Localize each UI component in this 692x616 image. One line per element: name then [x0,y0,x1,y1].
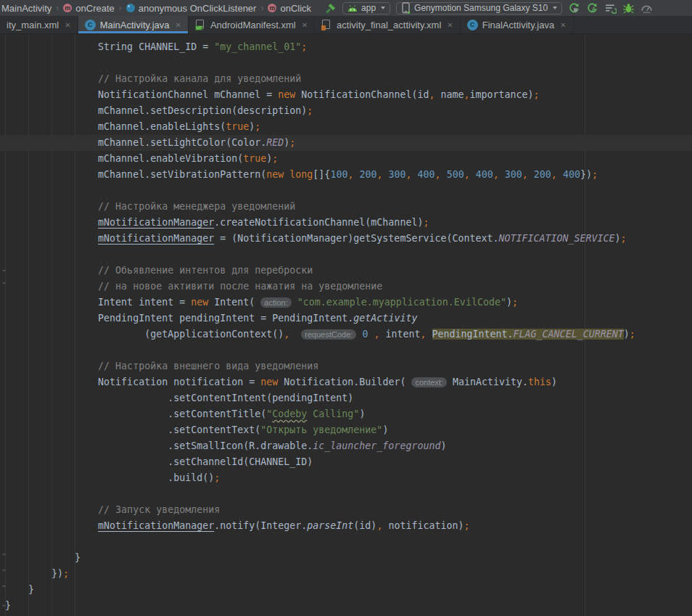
code-segment: , [493,169,499,180]
code-segment: , [464,169,470,180]
code-segment: Calling" [307,408,359,419]
code-line: .build(); [0,470,692,486]
code-segment: // Настройка внешнего вида уведомления [98,361,318,371]
code-segment: ) [624,329,630,340]
tab-close-icon[interactable]: ✕ [560,21,566,29]
code-segment [499,169,505,180]
tab-close-icon[interactable]: ✕ [447,21,453,29]
tab-close-icon[interactable]: ✕ [302,21,308,29]
code-segment: FLAG_CANCEL_CURRENT [514,329,624,340]
code-segment: } [75,552,81,563]
restart-activity-icon[interactable] [565,1,583,15]
breadcrumb-item-mainactivity[interactable]: MainActivity [1,3,52,14]
code-segment: ; [272,153,278,164]
code-segment: 300 [389,169,406,180]
fold-marker[interactable]: ⌃ [0,282,8,290]
code-segment: .setContentText( [168,424,260,435]
code-line: mChannel.enableVibration(true); [0,151,692,167]
tab-AndroidManifest.xml[interactable]: MFAndroidManifest.xml✕ [189,16,315,33]
code-segment: .setContentIntent(pendingIntent) [168,393,353,403]
code-segment: mChannel.enableLights( [98,121,226,132]
breadcrumb-item-anonymous-onclicklistener[interactable]: anonymous OnClickListener [126,3,257,14]
code-area[interactable]: String CHANNEL_ID = "my_channel_01"; // … [0,34,692,614]
code-line: } [0,598,692,614]
code-segment: // Настройка канала для уведомлений [98,73,301,84]
code-line: // Настройка менеджера уведомлений [0,199,692,215]
code-segment: NotificationChannel(id [295,89,429,100]
code-line: // на новое активити после нажатия на ув… [0,279,692,295]
code-segment: , [406,169,412,180]
code-line [0,534,692,550]
tab-close-icon[interactable]: ✕ [65,21,70,29]
code-segment: 200 [534,169,551,180]
file-type-badge: MF [195,25,203,30]
device-selector[interactable]: Genymotion Samsung Galaxy S10 [396,2,562,15]
code-line: // Настройка канала для уведомлений [0,71,692,87]
code-line: // Настройка внешнего вида уведомления [0,358,692,374]
code-line: NotificationChannel mChannel = new Notif… [0,87,692,103]
xml-file-icon [321,20,332,30]
code-segment: requestCode: [301,329,356,340]
tab-label: MainActivity.java [100,20,170,30]
tab-label: ity_main.xml [7,20,59,30]
code-segment: // Настройка менеджера уведомлений [98,201,295,212]
android-robot-icon [347,4,358,12]
breadcrumb-separator: › [260,3,264,13]
code-segment: []{ [313,169,330,180]
list-refresh-icon[interactable] [601,1,619,15]
breadcrumb-item-oncreate[interactable]: monCreate [63,3,114,14]
file-type-badge [321,25,326,30]
method-icon: m [268,4,276,12]
code-segment [557,169,563,180]
code-segment: ; [63,568,69,579]
fold-marker[interactable]: ⌄ [0,601,8,609]
code-segment: }) [52,568,63,579]
tab-activity_final_acttivity.xml[interactable]: activity_final_acttivity.xml✕ [315,16,461,33]
tab-label: AndroidManifest.xml [210,20,296,30]
code-segment: Intent intent = [98,297,191,308]
code-segment: "my_channel_01" [214,41,301,52]
breadcrumb-separator: › [55,3,59,13]
apply-arrow-glyph: A [586,2,598,15]
breadcrumb-item-onclick[interactable]: monClick [268,3,311,14]
code-segment: }) [580,169,592,180]
fold-marker[interactable]: ⌃ [0,569,8,578]
code-segment: ; [289,137,295,148]
breadcrumb-label: onCreate [75,3,114,14]
code-segment: intent [379,329,420,340]
tab-ity_main.xml[interactable]: ity_main.xml✕ [0,16,78,33]
code-editor[interactable]: String CHANNEL_ID = "my_channel_01"; // … [0,34,692,616]
code-segment: new [278,89,295,100]
chevron-down-icon [553,7,557,9]
method-icon: m [63,4,72,12]
gauge-glyph [640,2,653,15]
fold-marker[interactable]: ⌃ [0,553,8,562]
code-segment: ; [534,89,540,100]
breadcrumb-separator: › [118,3,123,13]
code-segment [382,169,388,180]
code-segment: .setContentTitle( [168,408,266,419]
code-segment: ; [301,41,307,52]
fold-marker[interactable]: ⌄ [0,266,8,274]
tab-label: FinalActtivity.java [482,20,554,30]
tab-MainActivity.java[interactable]: CMainActivity.java✕ [78,16,189,33]
profiler-icon[interactable] [638,1,656,15]
code-segment: 300 [505,169,522,180]
apply-code-changes-icon[interactable]: A [583,1,601,15]
code-segment: getActivity [353,313,417,324]
fold-marker[interactable]: ⌃ [0,585,8,594]
java-class-icon: C [85,20,96,30]
code-line: .setSmallIcon(R.drawable.ic_launcher_for… [0,438,692,454]
manifest-file-icon: MF [195,20,206,30]
build-hammer-icon[interactable] [321,1,339,15]
code-segment: ; [307,105,313,116]
run-configuration-select[interactable]: app [342,2,390,15]
tab-FinalActtivity.java[interactable]: CFinalActtivity.java✕ [461,16,574,33]
code-segment: mNotificationManager [98,520,214,531]
code-line: mNotificationManager.notify(Integer.pars… [0,518,692,534]
code-segment: Intent( [208,297,260,308]
debug-bug-icon[interactable] [619,1,638,15]
code-segment: true [226,121,249,132]
tab-close-icon[interactable]: ✕ [175,21,181,29]
code-line: // Запуск уведомления [0,502,692,518]
